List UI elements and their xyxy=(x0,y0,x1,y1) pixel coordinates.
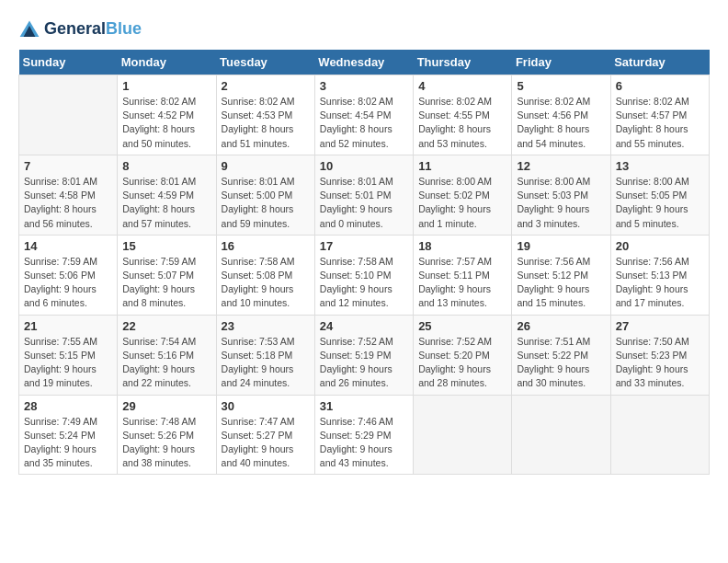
logo-text: GeneralBlue xyxy=(44,20,142,39)
day-info: Sunrise: 7:59 AMSunset: 5:07 PMDaylight:… xyxy=(122,255,210,311)
calendar-cell: 28Sunrise: 7:49 AMSunset: 5:24 PMDayligh… xyxy=(19,395,118,475)
weekday-header-monday: Monday xyxy=(118,50,216,75)
calendar-cell: 13Sunrise: 8:00 AMSunset: 5:05 PMDayligh… xyxy=(610,155,709,235)
calendar-cell: 20Sunrise: 7:56 AMSunset: 5:13 PMDayligh… xyxy=(610,235,709,315)
calendar-cell: 24Sunrise: 7:52 AMSunset: 5:19 PMDayligh… xyxy=(314,315,413,395)
day-info: Sunrise: 8:01 AMSunset: 5:00 PMDaylight:… xyxy=(222,175,310,231)
calendar-cell: 5Sunrise: 8:02 AMSunset: 4:56 PMDaylight… xyxy=(512,75,610,155)
day-info: Sunrise: 8:02 AMSunset: 4:54 PMDaylight:… xyxy=(320,95,408,151)
calendar-cell: 19Sunrise: 7:56 AMSunset: 5:12 PMDayligh… xyxy=(512,235,610,315)
calendar-cell xyxy=(414,395,512,475)
day-number: 21 xyxy=(24,319,112,333)
calendar-week-5: 28Sunrise: 7:49 AMSunset: 5:24 PMDayligh… xyxy=(19,395,710,475)
day-info: Sunrise: 7:55 AMSunset: 5:15 PMDaylight:… xyxy=(24,335,112,391)
day-info: Sunrise: 7:59 AMSunset: 5:06 PMDaylight:… xyxy=(24,255,112,311)
day-number: 1 xyxy=(122,79,210,93)
calendar-cell: 15Sunrise: 7:59 AMSunset: 5:07 PMDayligh… xyxy=(118,235,216,315)
day-number: 11 xyxy=(418,159,506,173)
weekday-header-wednesday: Wednesday xyxy=(314,50,413,75)
calendar-cell: 31Sunrise: 7:46 AMSunset: 5:29 PMDayligh… xyxy=(314,395,413,475)
day-info: Sunrise: 7:58 AMSunset: 5:10 PMDaylight:… xyxy=(320,255,408,311)
day-number: 14 xyxy=(24,239,112,253)
day-number: 13 xyxy=(616,159,704,173)
calendar-cell xyxy=(512,395,610,475)
day-number: 10 xyxy=(320,159,408,173)
day-number: 19 xyxy=(517,239,605,253)
calendar-cell xyxy=(610,395,709,475)
weekday-header-sunday: Sunday xyxy=(19,50,118,75)
calendar-cell: 8Sunrise: 8:01 AMSunset: 4:59 PMDaylight… xyxy=(118,155,216,235)
calendar-cell: 12Sunrise: 8:00 AMSunset: 5:03 PMDayligh… xyxy=(512,155,610,235)
day-info: Sunrise: 8:01 AMSunset: 4:59 PMDaylight:… xyxy=(122,175,210,231)
calendar-cell: 23Sunrise: 7:53 AMSunset: 5:18 PMDayligh… xyxy=(216,315,314,395)
day-number: 7 xyxy=(24,159,112,173)
calendar-week-2: 7Sunrise: 8:01 AMSunset: 4:58 PMDaylight… xyxy=(19,155,710,235)
day-info: Sunrise: 7:56 AMSunset: 5:13 PMDaylight:… xyxy=(616,255,704,311)
day-number: 3 xyxy=(320,79,408,93)
calendar-cell xyxy=(19,75,118,155)
day-info: Sunrise: 7:58 AMSunset: 5:08 PMDaylight:… xyxy=(222,255,310,311)
day-info: Sunrise: 7:56 AMSunset: 5:12 PMDaylight:… xyxy=(517,255,605,311)
day-number: 24 xyxy=(320,319,408,333)
weekday-header-thursday: Thursday xyxy=(414,50,512,75)
calendar-cell: 16Sunrise: 7:58 AMSunset: 5:08 PMDayligh… xyxy=(216,235,314,315)
calendar-cell: 3Sunrise: 8:02 AMSunset: 4:54 PMDaylight… xyxy=(314,75,413,155)
calendar-week-3: 14Sunrise: 7:59 AMSunset: 5:06 PMDayligh… xyxy=(19,235,710,315)
day-info: Sunrise: 8:02 AMSunset: 4:57 PMDaylight:… xyxy=(616,95,704,151)
day-info: Sunrise: 7:48 AMSunset: 5:26 PMDaylight:… xyxy=(122,415,210,471)
calendar-cell: 26Sunrise: 7:51 AMSunset: 5:22 PMDayligh… xyxy=(512,315,610,395)
day-number: 9 xyxy=(222,159,310,173)
day-info: Sunrise: 8:00 AMSunset: 5:05 PMDaylight:… xyxy=(616,175,704,231)
day-number: 23 xyxy=(222,319,310,333)
day-info: Sunrise: 7:49 AMSunset: 5:24 PMDaylight:… xyxy=(24,415,112,471)
day-info: Sunrise: 8:02 AMSunset: 4:56 PMDaylight:… xyxy=(517,95,605,151)
day-number: 16 xyxy=(222,239,310,253)
day-info: Sunrise: 7:51 AMSunset: 5:22 PMDaylight:… xyxy=(517,335,605,391)
day-info: Sunrise: 8:02 AMSunset: 4:55 PMDaylight:… xyxy=(418,95,506,151)
day-number: 31 xyxy=(320,399,408,413)
day-info: Sunrise: 8:00 AMSunset: 5:02 PMDaylight:… xyxy=(418,175,506,231)
day-number: 17 xyxy=(320,239,408,253)
day-number: 26 xyxy=(517,319,605,333)
calendar-cell: 18Sunrise: 7:57 AMSunset: 5:11 PMDayligh… xyxy=(414,235,512,315)
page-header: GeneralBlue xyxy=(18,18,710,40)
calendar-cell: 4Sunrise: 8:02 AMSunset: 4:55 PMDaylight… xyxy=(414,75,512,155)
day-info: Sunrise: 7:53 AMSunset: 5:18 PMDaylight:… xyxy=(222,335,310,391)
day-info: Sunrise: 8:00 AMSunset: 5:03 PMDaylight:… xyxy=(517,175,605,231)
day-info: Sunrise: 7:52 AMSunset: 5:20 PMDaylight:… xyxy=(418,335,506,391)
day-number: 12 xyxy=(517,159,605,173)
calendar-cell: 6Sunrise: 8:02 AMSunset: 4:57 PMDaylight… xyxy=(610,75,709,155)
calendar-cell: 27Sunrise: 7:50 AMSunset: 5:23 PMDayligh… xyxy=(610,315,709,395)
day-number: 18 xyxy=(418,239,506,253)
weekday-header-row: SundayMondayTuesdayWednesdayThursdayFrid… xyxy=(19,50,710,75)
day-number: 5 xyxy=(517,79,605,93)
calendar-cell: 2Sunrise: 8:02 AMSunset: 4:53 PMDaylight… xyxy=(216,75,314,155)
day-number: 28 xyxy=(24,399,112,413)
day-number: 25 xyxy=(418,319,506,333)
day-info: Sunrise: 8:01 AMSunset: 5:01 PMDaylight:… xyxy=(320,175,408,231)
calendar-cell: 30Sunrise: 7:47 AMSunset: 5:27 PMDayligh… xyxy=(216,395,314,475)
day-info: Sunrise: 7:47 AMSunset: 5:27 PMDaylight:… xyxy=(222,415,310,471)
calendar-cell: 14Sunrise: 7:59 AMSunset: 5:06 PMDayligh… xyxy=(19,235,118,315)
day-number: 20 xyxy=(616,239,704,253)
calendar-cell: 17Sunrise: 7:58 AMSunset: 5:10 PMDayligh… xyxy=(314,235,413,315)
calendar-cell: 29Sunrise: 7:48 AMSunset: 5:26 PMDayligh… xyxy=(118,395,216,475)
day-number: 30 xyxy=(222,399,310,413)
day-number: 27 xyxy=(616,319,704,333)
calendar-week-4: 21Sunrise: 7:55 AMSunset: 5:15 PMDayligh… xyxy=(19,315,710,395)
day-info: Sunrise: 8:01 AMSunset: 4:58 PMDaylight:… xyxy=(24,175,112,231)
calendar-cell: 21Sunrise: 7:55 AMSunset: 5:15 PMDayligh… xyxy=(19,315,118,395)
day-number: 6 xyxy=(616,79,704,93)
day-info: Sunrise: 7:50 AMSunset: 5:23 PMDaylight:… xyxy=(616,335,704,391)
calendar-cell: 1Sunrise: 8:02 AMSunset: 4:52 PMDaylight… xyxy=(118,75,216,155)
day-info: Sunrise: 7:54 AMSunset: 5:16 PMDaylight:… xyxy=(122,335,210,391)
day-number: 15 xyxy=(122,239,210,253)
calendar-cell: 9Sunrise: 8:01 AMSunset: 5:00 PMDaylight… xyxy=(216,155,314,235)
calendar-week-1: 1Sunrise: 8:02 AMSunset: 4:52 PMDaylight… xyxy=(19,75,710,155)
day-info: Sunrise: 8:02 AMSunset: 4:52 PMDaylight:… xyxy=(122,95,210,151)
day-number: 2 xyxy=(222,79,310,93)
weekday-header-saturday: Saturday xyxy=(610,50,709,75)
calendar-cell: 11Sunrise: 8:00 AMSunset: 5:02 PMDayligh… xyxy=(414,155,512,235)
logo-icon xyxy=(18,18,40,40)
day-info: Sunrise: 7:57 AMSunset: 5:11 PMDaylight:… xyxy=(418,255,506,311)
